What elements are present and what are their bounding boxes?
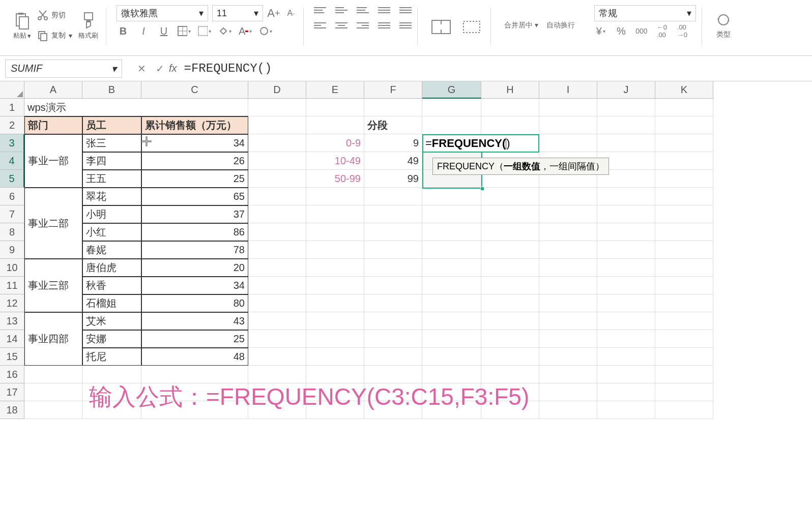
increase-font-button[interactable]: A+ (267, 7, 280, 20)
cell-B8[interactable]: 小红 (82, 223, 141, 241)
cell-J6[interactable] (597, 188, 655, 205)
cell-H1[interactable] (481, 99, 539, 116)
row-header[interactable]: 1 (0, 99, 24, 116)
cell-J2[interactable] (597, 116, 655, 134)
cell-H14[interactable] (481, 330, 539, 348)
row-header[interactable]: 18 (0, 401, 24, 419)
cell-J15[interactable] (597, 348, 655, 366)
row-header[interactable]: 14 (0, 330, 24, 348)
cell-H6[interactable] (481, 188, 539, 205)
row-header[interactable]: 4 (0, 152, 24, 170)
cell-A16[interactable] (24, 366, 82, 383)
cell-G8[interactable] (422, 223, 481, 241)
row-header[interactable]: 11 (0, 277, 24, 294)
row-header[interactable]: 15 (0, 348, 24, 366)
name-box[interactable]: SUMIF ▾ (5, 59, 122, 78)
cell-K13[interactable] (655, 312, 713, 330)
cell-C2[interactable]: 累计销售额（万元） (141, 116, 248, 134)
cell-F7[interactable] (364, 205, 422, 223)
cell-C6[interactable]: 65 (141, 188, 248, 205)
cell-F5[interactable]: 99 (364, 170, 422, 188)
cell-D15[interactable] (248, 348, 306, 366)
wrap-text-button[interactable]: 自动换行 (543, 5, 578, 46)
cell-F1[interactable] (364, 99, 422, 116)
cell-B4[interactable]: 李四 (82, 152, 141, 170)
cell-A1[interactable]: wps演示 (24, 99, 248, 116)
cell-C11[interactable]: 34 (141, 277, 248, 294)
cell-G6[interactable] (422, 188, 481, 205)
font-name-select[interactable]: 微软雅黑▾ (117, 5, 208, 21)
cell-H12[interactable] (481, 294, 539, 312)
cell-H16[interactable] (481, 366, 539, 383)
cell-B12[interactable]: 石榴姐 (82, 294, 141, 312)
cell-K15[interactable] (655, 348, 713, 366)
distribute-button[interactable] (399, 20, 412, 31)
cell-K12[interactable] (655, 294, 713, 312)
align-top-button[interactable] (314, 5, 326, 15)
cell-D6[interactable] (248, 188, 306, 205)
cell-I8[interactable] (539, 223, 597, 241)
cell-G1[interactable] (422, 99, 481, 116)
cell-A18[interactable] (24, 401, 82, 419)
cell-I6[interactable] (539, 188, 597, 205)
cell-G13[interactable] (422, 312, 481, 330)
cell-F4[interactable]: 49 (364, 152, 422, 170)
cell-J10[interactable] (597, 259, 655, 277)
decrease-font-button[interactable]: A- (284, 7, 298, 20)
merge-center-button[interactable]: 合并居中 ▾ (501, 5, 541, 46)
cell-B13[interactable]: 艾米 (82, 312, 141, 330)
cell-F15[interactable] (364, 348, 422, 366)
cell-formula-input[interactable]: =FREQUENCY() (422, 134, 539, 153)
percent-button[interactable]: % (615, 24, 628, 38)
column-header-F[interactable]: F (364, 81, 422, 99)
cell-C5[interactable]: 25 (141, 170, 248, 188)
row-header[interactable]: 8 (0, 223, 24, 241)
cell-D13[interactable] (248, 312, 306, 330)
cell-E4[interactable]: 10-49 (306, 152, 364, 170)
formula-input[interactable]: =FREQUENCY() (182, 62, 272, 75)
cell-I2[interactable] (539, 116, 597, 134)
align-center-button[interactable] (335, 20, 347, 31)
cell-C4[interactable]: 26 (141, 152, 248, 170)
cell-G10[interactable] (422, 259, 481, 277)
increase-decimal-button[interactable]: ←0.00 (655, 24, 669, 38)
cell-H13[interactable] (481, 312, 539, 330)
formula-accept-button[interactable]: ✓ (151, 59, 169, 78)
cell-E1[interactable] (306, 99, 364, 116)
cell-K6[interactable] (655, 188, 713, 205)
type-convert-button[interactable]: 类型 (712, 5, 735, 46)
cell-J1[interactable] (597, 99, 655, 116)
align-right-button[interactable] (357, 20, 369, 31)
cell-J11[interactable] (597, 277, 655, 294)
cell-C13[interactable]: 43 (141, 312, 248, 330)
cell-K3[interactable] (655, 134, 713, 152)
cell-B6[interactable]: 翠花 (82, 188, 141, 205)
cell-E10[interactable] (306, 259, 364, 277)
border-button[interactable] (178, 24, 191, 38)
cell-H8[interactable] (481, 223, 539, 241)
decrease-indent-button[interactable] (378, 5, 390, 15)
cell-B16[interactable] (82, 366, 141, 383)
cell-E8[interactable] (306, 223, 364, 241)
cell-A6[interactable]: 事业二部 (24, 188, 82, 259)
column-header-A[interactable]: A (24, 81, 82, 99)
cell-C9[interactable]: 78 (141, 241, 248, 259)
cell-F12[interactable] (364, 294, 422, 312)
italic-button[interactable]: I (137, 24, 150, 38)
cell-E6[interactable] (306, 188, 364, 205)
row-header[interactable]: 6 (0, 188, 24, 205)
cell-E15[interactable] (306, 348, 364, 366)
font-size-select[interactable]: 11▾ (212, 5, 263, 21)
underline-button[interactable]: U (157, 24, 170, 38)
column-header-G[interactable]: G (422, 81, 481, 99)
format-painter-button[interactable]: 格式刷 (76, 5, 100, 46)
cell-D3[interactable] (248, 134, 306, 152)
cell-B14[interactable]: 安娜 (82, 330, 141, 348)
cell-D1[interactable] (248, 99, 306, 116)
cell-K1[interactable] (655, 99, 713, 116)
cell-I12[interactable] (539, 294, 597, 312)
cell-C3[interactable]: 34 (141, 134, 248, 152)
column-header-C[interactable]: C (141, 81, 248, 99)
cell-H15[interactable] (481, 348, 539, 366)
paste-button[interactable]: 粘贴 ▾ (11, 5, 33, 46)
